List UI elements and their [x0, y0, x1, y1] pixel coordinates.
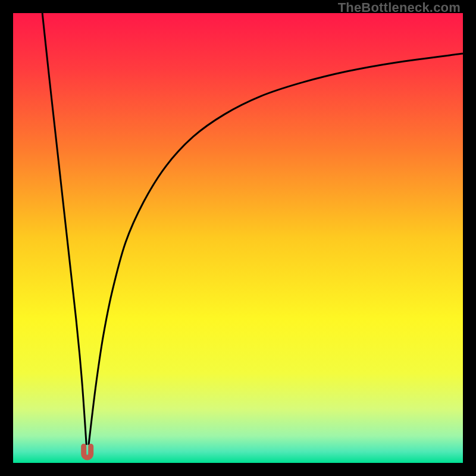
- watermark-text: TheBottleneck.com: [338, 0, 461, 15]
- gradient-background: [13, 13, 463, 463]
- chart-frame: TheBottleneck.com: [0, 0, 476, 476]
- bottleneck-chart: [13, 13, 463, 463]
- plot-area: [13, 13, 463, 463]
